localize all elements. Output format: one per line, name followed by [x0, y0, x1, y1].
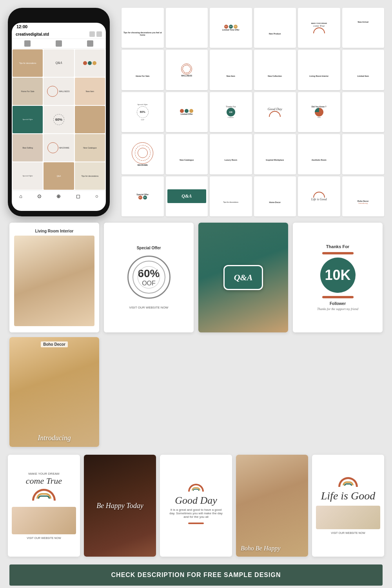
luxury-photo [211, 147, 250, 159]
phone-post-3[interactable] [75, 49, 105, 77]
phone-post-13[interactable]: Special Offer [13, 162, 43, 190]
visit-website: VISIT OUR WEBSITE NOW [129, 306, 169, 309]
story-living-room: Living Room Interior [9, 223, 99, 332]
living-photo [299, 63, 339, 75]
story-offer-title: Special Offer [137, 246, 161, 250]
card-tips: Tips for choosing decorations you feel a… [122, 8, 164, 48]
phone-plus-icon[interactable] [89, 31, 95, 37]
phone-post-15[interactable]: Tips for decorations [75, 162, 105, 190]
story-boho-decor: Boho Decor Introducing [9, 337, 99, 447]
card-living-room-sq: Living Room Interior [298, 50, 340, 90]
card-new-item-sq: New Item [210, 50, 252, 90]
boho-room-bg [9, 337, 99, 447]
bottom-life-good: Life is Good VISIT OUR WEBSITE NOW [312, 455, 384, 557]
card-home-decor-sq: Home Decor [254, 176, 296, 216]
phone-nav-reel[interactable] [87, 40, 93, 47]
wallness-rosette [181, 64, 192, 74]
phone-post-10[interactable]: Best Selling [13, 134, 43, 162]
aesthetic-photo [299, 147, 339, 159]
aesthetic2-photo [344, 148, 383, 160]
good-day-text: Good Day [175, 495, 217, 506]
ten-k-text: 10K [325, 267, 350, 283]
phone-nav-grid[interactable] [24, 40, 31, 47]
bottom-come-true: MAKE YOUR DREAM come True VISIT OUR WEBS… [8, 455, 80, 557]
phone-nav [12, 39, 106, 49]
profile-icon[interactable]: ○ [95, 193, 98, 199]
phone-header: creativedigital.std [12, 31, 106, 39]
card-macrame-sq: MACRAME [122, 134, 164, 174]
phone-nav-tag[interactable] [56, 40, 62, 47]
card-come-true-sq: MAKE YOUR DREAM come True [298, 8, 340, 48]
card-new-catalogue-sq: New Catalogue [166, 134, 208, 174]
card-home-sale: Home For Sale [122, 50, 164, 90]
rainbow-good-day [188, 484, 204, 492]
shop-icon[interactable]: ◻ [76, 193, 80, 199]
be-happy-text: Be Happy Today [96, 502, 143, 510]
card-new-arrival: New Arrival [342, 8, 385, 48]
arrival-photo [344, 23, 383, 35]
offer-60-text: 60% [138, 267, 160, 280]
phone-username: creativedigital.std [16, 32, 49, 36]
come-true-text: come True [26, 476, 62, 486]
card-luxury-sq: Luxury Room [210, 134, 252, 174]
card-wallness-sq: WALLNESS [166, 50, 208, 90]
card-life-good-sq: Life is Good [298, 176, 340, 216]
phone-post-5[interactable]: WALLNESS [44, 78, 74, 105]
story-10k: Thanks For 10K Follower Thanks for the s… [293, 223, 383, 332]
phone-post-6[interactable]: New Item [75, 78, 105, 105]
phone-post-8[interactable]: 60% [44, 106, 74, 133]
upper-area: 12:00 creativedigital.std [8, 8, 384, 216]
inspired-photo [256, 147, 295, 159]
main-container: 12:00 creativedigital.std [0, 0, 392, 588]
story-qa: Q&A [198, 223, 288, 332]
bottom-boho-bedroom: Boho Be Happy [236, 455, 308, 557]
card-tips-sm: Tips for decorations [210, 176, 252, 216]
ten-k-circle: 10K [320, 258, 356, 293]
qa-photo: Q&A [167, 22, 207, 34]
phone-posts-grid: Tips for decorations Q&A [12, 49, 106, 191]
product-photo [256, 21, 295, 33]
story-living-title: Living Room Interior [35, 229, 74, 233]
card-discount-tags: 40% 60% 70% Limited Time Offer [210, 8, 252, 48]
phone-post-11[interactable]: MACRAME [44, 134, 74, 162]
boho-bedroom-text: Boho Be Happy [241, 545, 280, 552]
card-aesthetic-2 [342, 134, 385, 174]
card-good-day-sq: Good Day [254, 92, 296, 132]
follower-text: Follower [330, 301, 346, 306]
thanks-msg: Thanks for the support my friend [317, 307, 358, 311]
tag-red: 40% [224, 25, 228, 29]
card-new-collection-sq: New Collection [254, 50, 296, 90]
sm-tag-red [180, 109, 184, 113]
phone-post-14[interactable]: Q&A [44, 162, 74, 190]
phone-menu-icon[interactable] [96, 31, 102, 37]
item-photo [211, 63, 250, 75]
limited-photo [344, 63, 383, 75]
add-icon[interactable]: ⊕ [56, 193, 61, 199]
phone-post-1[interactable]: Tips for decorations [13, 49, 43, 77]
card-inspired-sq: Inspired Workplace [254, 134, 296, 174]
tag-teal: 60% [229, 25, 233, 29]
home-icon[interactable]: ⌂ [19, 193, 22, 199]
phone-post-12[interactable]: New Catalogue [75, 134, 105, 162]
footer-banner: CHECK DESCRIPTION FOR FREE SAMPLE DESIGN [9, 564, 383, 586]
phone-post-2[interactable]: Q&A [44, 49, 74, 77]
phone-post-4[interactable]: Home For Sale [13, 78, 43, 105]
phone-post-9[interactable] [75, 106, 105, 133]
card-qa-2: Q&A [166, 176, 208, 216]
story-offer-rosette: 60% OOF [127, 256, 171, 299]
phone-post-7[interactable]: Special Offer [13, 106, 43, 133]
qa-bg: Q&A [198, 223, 288, 332]
rainbow-life [313, 192, 325, 198]
accent-bar-bottom [322, 296, 354, 298]
collection-photo [256, 63, 295, 75]
pie-sm [315, 108, 323, 116]
card-thanks-10k-sq: Thanks For 10K Follower [210, 92, 252, 132]
phone-container: 12:00 creativedigital.std [8, 8, 118, 216]
phone-screen: 12:00 creativedigital.std [12, 23, 106, 211]
phone-icons [89, 31, 102, 37]
card-special-offer-sq: Special Offer 60% OOF [122, 92, 164, 132]
sm-tag-orange [189, 109, 193, 113]
macrame-rosette [132, 142, 153, 164]
search-icon[interactable]: ⊙ [37, 193, 42, 199]
phone-notch [43, 13, 74, 20]
